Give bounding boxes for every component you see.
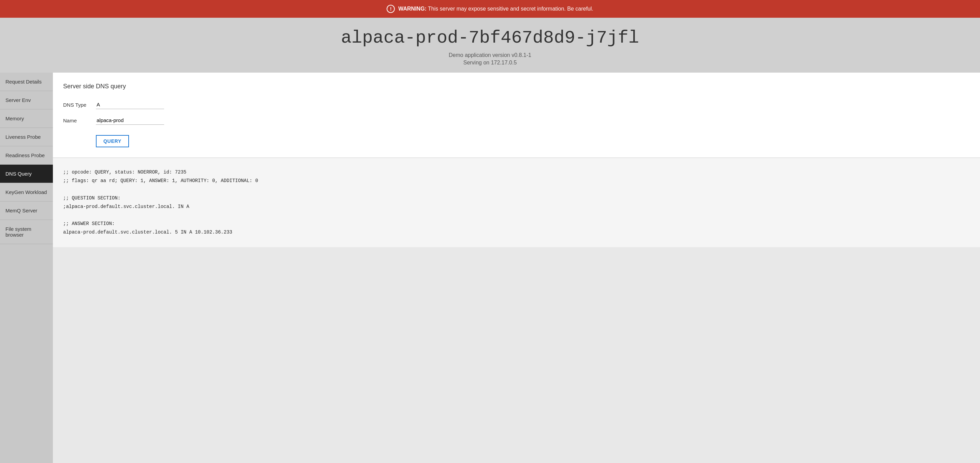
dns-form-title: Server side DNS query [63,83,970,90]
result-line-6 [63,211,970,220]
result-line-8: alpaca-prod.default.svc.cluster.local. 5… [63,228,970,236]
page-header: alpaca-prod-7bf467d8d9-j7jfl Demo applic… [0,18,980,73]
result-line-2: ;; flags: qr aa rd; QUERY: 1, ANSWER: 1,… [63,177,970,185]
result-line-1: ;; opcode: QUERY, status: NOERROR, id: 7… [63,168,970,177]
sidebar-item-keygen-workload[interactable]: KeyGen Workload [0,183,53,201]
dns-name-label: Name [63,117,91,124]
sidebar-item-readiness-probe[interactable]: Readiness Probe [0,146,53,165]
warning-text: WARNING: This server may expose sensitiv… [398,6,593,12]
dns-form-panel: Server side DNS query DNS Type Name QUER… [53,73,980,158]
dns-type-field: DNS Type [63,100,970,109]
content-area: Server side DNS query DNS Type Name QUER… [53,73,980,463]
dns-result-panel: ;; opcode: QUERY, status: NOERROR, id: 7… [53,158,980,247]
page-title: alpaca-prod-7bf467d8d9-j7jfl [7,28,973,48]
result-line-4: ;; QUESTION SECTION: [63,194,970,203]
result-line-7: ;; ANSWER SECTION: [63,220,970,228]
dns-name-field: Name [63,116,970,125]
sidebar-item-file-system-browser[interactable]: File system browser [0,220,53,244]
dns-name-input[interactable] [96,116,164,125]
sidebar-item-dns-query[interactable]: DNS Query [0,165,53,183]
dns-type-label: DNS Type [63,102,91,108]
warning-banner: ! WARNING: This server may expose sensit… [0,0,980,18]
sidebar: Request Details Server Env Memory Livene… [0,73,53,463]
main-layout: Request Details Server Env Memory Livene… [0,73,980,463]
result-line-3 [63,185,970,193]
sidebar-item-memq-server[interactable]: MemQ Server [0,201,53,220]
sidebar-item-request-details[interactable]: Request Details [0,73,53,91]
query-button[interactable]: QUERY [96,135,129,147]
app-version: Demo application version v0.8.1-1 [7,52,973,58]
sidebar-item-server-env[interactable]: Server Env [0,91,53,109]
dns-type-input[interactable] [96,100,164,109]
warning-icon: ! [387,5,395,13]
sidebar-item-memory[interactable]: Memory [0,109,53,128]
result-line-5: ;alpaca-prod.default.svc.cluster.local. … [63,203,970,211]
sidebar-item-liveness-probe[interactable]: Liveness Probe [0,128,53,146]
serving-ip: Serving on 172.17.0.5 [7,60,973,66]
